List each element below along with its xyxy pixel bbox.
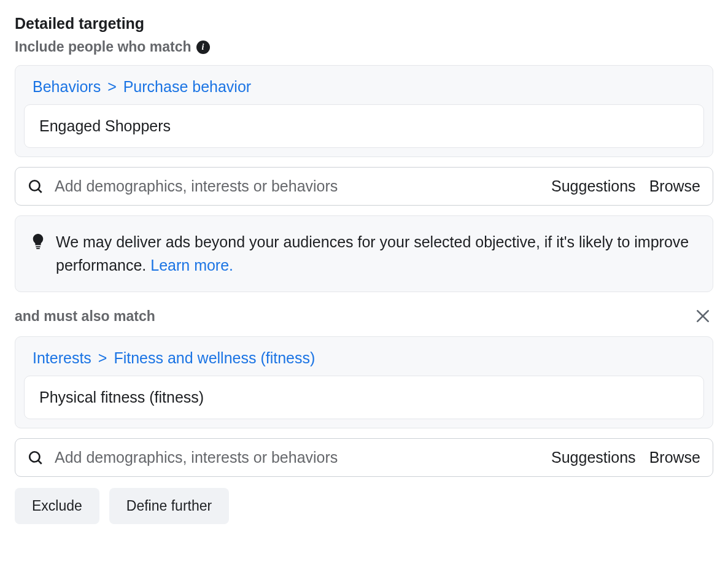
section-title: Detailed targeting <box>15 15 713 33</box>
info-text-container: We may deliver ads beyond your audiences… <box>56 231 697 277</box>
info-notice: We may deliver ads beyond your audiences… <box>15 215 713 292</box>
lightbulb-icon <box>31 231 45 249</box>
define-further-button[interactable]: Define further <box>109 488 229 524</box>
must-also-match-label: and must also match <box>15 308 155 325</box>
suggestions-button[interactable]: Suggestions <box>551 449 636 466</box>
breadcrumb-interests[interactable]: Interests <box>33 349 91 366</box>
svg-line-1 <box>38 189 41 192</box>
selected-item-engaged-shoppers[interactable]: Engaged Shoppers <box>24 104 704 148</box>
close-icon <box>695 308 711 324</box>
targeting-group-interests: Interests > Fitness and wellness (fitnes… <box>15 336 713 428</box>
browse-button[interactable]: Browse <box>649 449 700 466</box>
search-input[interactable] <box>44 449 551 466</box>
breadcrumb-purchase-behavior[interactable]: Purchase behavior <box>123 78 251 95</box>
search-row-1: Suggestions Browse <box>15 167 713 206</box>
targeting-group-behaviors: Behaviors > Purchase behavior Engaged Sh… <box>15 65 713 157</box>
search-icon <box>28 450 44 466</box>
breadcrumb-separator: > <box>96 349 110 366</box>
search-input[interactable] <box>44 177 551 195</box>
include-label: Include people who match <box>15 39 192 55</box>
exclude-button[interactable]: Exclude <box>15 488 99 524</box>
svg-point-4 <box>29 452 39 462</box>
svg-line-5 <box>38 460 41 463</box>
include-subheader: Include people who match i <box>15 39 713 55</box>
search-row-2: Suggestions Browse <box>15 438 713 477</box>
breadcrumb-behaviors[interactable]: Behaviors <box>33 78 101 95</box>
selected-item-physical-fitness[interactable]: Physical fitness (fitness) <box>24 376 704 419</box>
breadcrumb: Interests > Fitness and wellness (fitnes… <box>24 349 704 376</box>
suggestions-button[interactable]: Suggestions <box>551 177 636 195</box>
breadcrumb-fitness-wellness[interactable]: Fitness and wellness (fitness) <box>114 349 315 366</box>
learn-more-link[interactable]: Learn more. <box>150 257 233 274</box>
bottom-buttons: Exclude Define further <box>15 488 713 524</box>
breadcrumb: Behaviors > Purchase behavior <box>24 78 704 104</box>
svg-point-0 <box>29 180 39 190</box>
browse-button[interactable]: Browse <box>649 177 700 195</box>
breadcrumb-separator: > <box>105 78 119 95</box>
info-icon[interactable]: i <box>196 41 210 54</box>
must-also-match-header: and must also match <box>15 306 713 327</box>
remove-group-button[interactable] <box>692 306 713 327</box>
search-icon <box>28 179 44 195</box>
